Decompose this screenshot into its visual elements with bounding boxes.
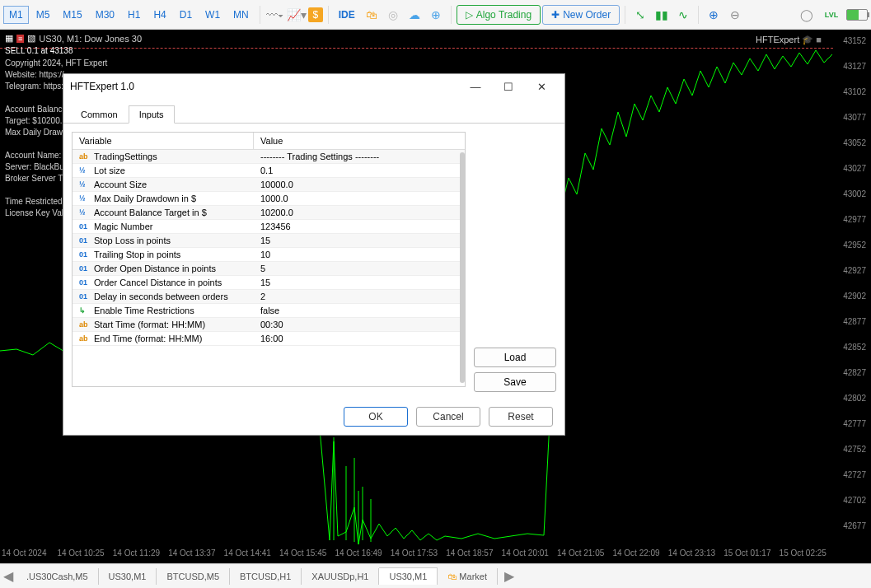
timeframe-w1[interactable]: W1 <box>199 6 226 24</box>
ok-button[interactable]: OK <box>344 407 408 427</box>
zoom-in-icon[interactable]: ⊕ <box>704 5 723 25</box>
cancel-button[interactable]: Cancel <box>416 407 480 427</box>
market-icon[interactable]: 🛍 <box>362 5 382 25</box>
zoom-out-icon[interactable]: ⊖ <box>725 5 745 25</box>
table-row[interactable]: ↳Enable Time Restrictionsfalse <box>73 304 465 318</box>
timeframe-mn[interactable]: MN <box>227 6 255 24</box>
tabs-scroll-right[interactable]: ▶ <box>501 568 517 584</box>
type-icon: 01 <box>79 278 91 287</box>
timeframe-m30[interactable]: M30 <box>90 6 120 24</box>
autoscroll-icon[interactable]: ∿ <box>673 5 693 25</box>
table-row[interactable]: 01Stop Loss in points15 <box>73 234 465 248</box>
account-icon[interactable]: ◯ <box>797 5 817 25</box>
reset-button[interactable]: Reset <box>489 407 553 427</box>
x-tick: 14 Oct 23:13 <box>668 548 715 558</box>
table-row[interactable]: 01Delay in seconds between orders2 <box>73 290 465 304</box>
ide-button[interactable]: IDE <box>334 5 360 25</box>
parameters-table[interactable]: Variable Value abTradingSettings--------… <box>72 132 466 387</box>
timeframe-d1[interactable]: D1 <box>174 6 198 24</box>
community-icon[interactable]: ⊕ <box>426 5 446 25</box>
header-value: Value <box>254 133 465 149</box>
y-tick: 43027 <box>843 164 866 173</box>
param-value[interactable]: 15 <box>254 234 465 247</box>
x-tick: 14 Oct 2024 <box>2 548 46 558</box>
signals-icon[interactable]: ◎ <box>383 5 403 25</box>
x-tick: 14 Oct 10:25 <box>57 548 104 558</box>
param-value[interactable]: 1000.0 <box>254 192 465 205</box>
minimize-button[interactable]: — <box>459 75 492 98</box>
param-name: Account Size <box>94 180 147 189</box>
type-icon: ½ <box>79 166 91 175</box>
param-name: Lot size <box>94 166 125 175</box>
type-icon: 01 <box>79 264 91 273</box>
timeframe-m1[interactable]: M1 <box>3 6 29 24</box>
expert-settings-dialog: HFTExpert 1.0 — ☐ ✕ Common Inputs Variab… <box>63 73 565 436</box>
table-row[interactable]: abEnd Time (format: HH:MM)16:00 <box>73 332 465 346</box>
param-value[interactable]: 10 <box>254 248 465 261</box>
param-value[interactable]: 0.1 <box>254 164 465 177</box>
table-row[interactable]: ½Account Balance Target in $10200.0 <box>73 206 465 220</box>
shift-chart-icon[interactable]: ⤡ <box>630 5 650 25</box>
new-order-button[interactable]: ✚New Order <box>542 5 620 25</box>
scrollbar-thumb[interactable] <box>460 152 465 383</box>
table-row[interactable]: 01Magic Number123456 <box>73 220 465 234</box>
save-button[interactable]: Save <box>474 372 556 392</box>
table-row[interactable]: 01Order Open Distance in points5 <box>73 262 465 276</box>
y-tick: 42952 <box>843 240 866 250</box>
algo-trading-button[interactable]: ▷Algo Trading <box>457 5 541 25</box>
y-tick: 42802 <box>843 394 866 403</box>
chart-tab[interactable]: XAUUSDp,H1 <box>302 568 379 585</box>
param-value[interactable]: 15 <box>254 276 465 289</box>
type-icon: 01 <box>79 236 91 245</box>
chart-indicators-icon[interactable]: 📈▾ <box>287 5 307 25</box>
cloud-icon[interactable]: ☁ <box>405 5 424 25</box>
type-icon: ½ <box>79 180 91 189</box>
chart-tab[interactable]: US30,M1 <box>379 567 438 585</box>
load-button[interactable]: Load <box>474 348 556 367</box>
candles-icon[interactable]: ▮▮ <box>652 5 672 25</box>
timeframe-h4[interactable]: H4 <box>148 6 171 24</box>
param-value[interactable]: 16:00 <box>254 332 465 345</box>
maximize-button[interactable]: ☐ <box>492 75 525 98</box>
main-toolbar: M1M5M15M30H1H4D1W1MN 〰▾ 📈▾ $ IDE 🛍 ◎ ☁ ⊕… <box>0 0 871 30</box>
table-row[interactable]: ½Lot size0.1 <box>73 164 465 178</box>
chart-tab[interactable]: BTCUSD,M5 <box>157 568 230 585</box>
table-row[interactable]: ½Account Size10000.0 <box>73 178 465 192</box>
tab-inputs[interactable]: Inputs <box>129 105 175 124</box>
chart-tab[interactable]: .US30Cash,M5 <box>16 568 99 585</box>
chart-tab[interactable]: 🛍 Market <box>438 568 498 585</box>
close-button[interactable]: ✕ <box>525 75 558 98</box>
param-value[interactable]: 123456 <box>254 220 465 233</box>
type-icon: ↳ <box>79 306 91 315</box>
param-value[interactable]: 10200.0 <box>254 206 465 219</box>
y-tick: 42902 <box>843 292 866 301</box>
timeframe-m5[interactable]: M5 <box>30 6 56 24</box>
param-value[interactable]: 10000.0 <box>254 178 465 191</box>
table-header: Variable Value <box>73 133 465 150</box>
table-row[interactable]: 01Order Cancel Distance in points15 <box>73 276 465 290</box>
chart-tab[interactable]: US30,M1 <box>99 568 157 585</box>
y-tick: 42677 <box>843 521 866 530</box>
table-row[interactable]: abStart Time (format: HH:MM)00:30 <box>73 318 465 332</box>
param-value[interactable]: 00:30 <box>254 318 465 331</box>
timeframe-h1[interactable]: H1 <box>122 6 146 24</box>
param-value[interactable]: -------- Trading Settings -------- <box>254 150 465 163</box>
timeframe-m15[interactable]: M15 <box>57 6 87 24</box>
separator <box>451 6 452 24</box>
header-variable: Variable <box>73 133 254 149</box>
levels-icon[interactable]: LVL <box>822 5 841 25</box>
param-value[interactable]: false <box>254 304 465 317</box>
param-name: Magic Number <box>94 222 153 231</box>
y-tick: 43152 <box>843 36 866 45</box>
chart-tab[interactable]: BTCUSD,H1 <box>230 568 302 585</box>
type-icon: ½ <box>79 194 91 203</box>
param-value[interactable]: 5 <box>254 262 465 275</box>
table-row[interactable]: abTradingSettings-------- Trading Settin… <box>73 150 465 164</box>
tabs-scroll-left[interactable]: ◀ <box>0 568 16 584</box>
param-value[interactable]: 2 <box>254 290 465 303</box>
table-row[interactable]: ½Max Daily Drawdown in $1000.0 <box>73 192 465 206</box>
dollar-icon[interactable]: $ <box>308 7 323 22</box>
table-row[interactable]: 01Trailing Stop in points10 <box>73 248 465 262</box>
chart-type-line-icon[interactable]: 〰▾ <box>265 5 285 25</box>
tab-common[interactable]: Common <box>70 105 129 123</box>
